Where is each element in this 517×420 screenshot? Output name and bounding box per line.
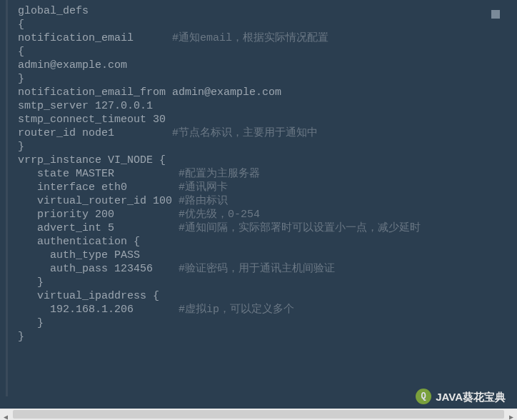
- watermark: Q JAVA葵花宝典: [416, 389, 506, 404]
- code-text: smtp_server 127.0.0.1: [18, 100, 153, 112]
- copy-icon[interactable]: [491, 10, 500, 19]
- code-text: notification_email: [18, 32, 172, 44]
- code-text: admin@example.com: [18, 59, 127, 71]
- scrollbar-thumb[interactable]: [13, 410, 504, 419]
- code-line: priority 200 #优先级，0-254: [18, 208, 517, 221]
- code-text: global_defs: [18, 5, 89, 17]
- code-line: auth_type PASS: [18, 249, 517, 262]
- code-text: }: [18, 331, 24, 343]
- code-text: }: [18, 317, 44, 329]
- code-line: }: [18, 140, 517, 154]
- code-line: notification_email #通知email，根据实际情况配置: [18, 31, 517, 45]
- code-line: advert_int 5 #通知间隔，实际部署时可以设置小一点，减少延时: [18, 221, 517, 235]
- comment-text: #优先级，0-254: [179, 209, 260, 221]
- code-text: stmp_connect_timeout 30: [18, 114, 166, 126]
- comment-text: #路由标识: [179, 195, 228, 207]
- code-line: interface eth0 #通讯网卡: [18, 181, 517, 194]
- code-line: }: [18, 276, 517, 289]
- comment-text: #节点名标识，主要用于通知中: [172, 127, 318, 139]
- code-line: }: [18, 72, 517, 86]
- comment-text: #通知email，根据实际情况配置: [172, 32, 328, 44]
- comment-text: #虚拟ip，可以定义多个: [179, 304, 294, 316]
- code-line: global_defs: [18, 4, 517, 18]
- code-line: virtual_ipaddress {: [18, 289, 517, 303]
- code-line: stmp_connect_timeout 30: [18, 113, 517, 126]
- comment-text: #配置为主服务器: [179, 168, 260, 180]
- code-line: auth_pass 123456 #验证密码，用于通讯主机间验证: [18, 262, 517, 276]
- code-text: authentication {: [18, 236, 140, 248]
- code-text: state MASTER: [18, 168, 179, 180]
- code-text: auth_pass 123456: [18, 263, 179, 275]
- code-line: }: [18, 330, 517, 344]
- code-line: 192.168.1.206 #虚拟ip，可以定义多个: [18, 303, 517, 316]
- comment-text: #通讯网卡: [179, 181, 228, 194]
- code-text: priority 200: [18, 209, 179, 221]
- code-text: router_id node1: [18, 127, 172, 139]
- scroll-right-arrow[interactable]: ▶: [509, 411, 513, 420]
- wechat-icon: Q: [416, 389, 431, 404]
- code-text: advert_int 5: [18, 222, 179, 234]
- code-line: authentication {: [18, 235, 517, 249]
- code-text: virtual_ipaddress {: [18, 290, 159, 302]
- code-line: notification_email_from admin@example.co…: [18, 86, 517, 99]
- code-text: }: [18, 73, 24, 85]
- code-text: interface eth0: [18, 181, 179, 194]
- scroll-left-arrow[interactable]: ◀: [4, 411, 8, 420]
- code-line: {: [18, 18, 517, 31]
- code-line: }: [18, 316, 517, 330]
- code-line: smtp_server 127.0.0.1: [18, 99, 517, 113]
- code-text: 192.168.1.206: [18, 304, 179, 316]
- code-text: auth_type PASS: [18, 249, 140, 261]
- code-line: state MASTER #配置为主服务器: [18, 167, 517, 181]
- code-text: virtual_router_id 100: [18, 195, 179, 207]
- code-text: vrrp_instance VI_NODE {: [18, 154, 166, 166]
- comment-text: #验证密码，用于通讯主机间验证: [179, 263, 335, 275]
- code-line: vrrp_instance VI_NODE {: [18, 154, 517, 167]
- code-text: {: [18, 46, 24, 58]
- watermark-label: JAVA葵花宝典: [436, 390, 506, 404]
- code-text: notification_email_from admin@example.co…: [18, 86, 281, 99]
- code-text: {: [18, 19, 24, 31]
- comment-text: #通知间隔，实际部署时可以设置小一点，减少延时: [179, 222, 421, 234]
- code-line: admin@example.com: [18, 59, 517, 72]
- code-text: }: [18, 276, 44, 289]
- code-text: }: [18, 141, 24, 153]
- code-line: router_id node1 #节点名标识，主要用于通知中: [18, 126, 517, 140]
- code-line: virtual_router_id 100 #路由标识: [18, 194, 517, 208]
- code-block: global_defs{notification_email #通知email，…: [6, 0, 517, 396]
- horizontal-scrollbar[interactable]: ◀ ▶: [0, 409, 517, 420]
- code-line: {: [18, 45, 517, 59]
